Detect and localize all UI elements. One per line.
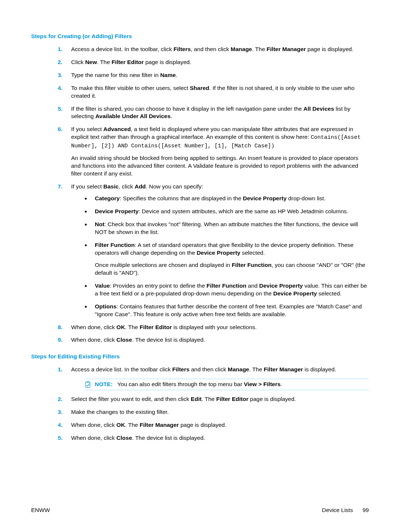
step-number: 5. [58, 434, 63, 442]
section-heading-creating: Steps for Creating (or Adding) Filters [31, 33, 369, 40]
sub-bullet-item: Options: Contains features that further … [84, 303, 369, 318]
sub-bullet-extra: Once multiple selections are chosen and … [95, 261, 369, 277]
step-text: Select the filter you want to edit, and … [71, 396, 296, 402]
step-number: 1. [58, 46, 63, 53]
step-text: Type the name for this new filter in Nam… [71, 72, 177, 78]
step-number: 3. [58, 408, 63, 416]
step-item: 1.Access a device list. In the toolbar, … [58, 46, 369, 53]
step-number: 2. [58, 58, 63, 66]
step-text: To make this filter visible to other use… [71, 85, 354, 99]
step-number: 9. [58, 336, 63, 344]
section-heading-editing: Steps for Editing Existing Filters [31, 353, 369, 361]
step-item: 2.Select the filter you want to edit, an… [58, 395, 369, 403]
step-item: 4.When done, click OK. The Filter Manage… [58, 421, 369, 429]
step-item: 6.If you select Advanced, a text field i… [58, 126, 369, 177]
step-number: 5. [58, 105, 63, 113]
step-number: 4. [58, 84, 63, 92]
step-item: 4.To make this filter visible to other u… [58, 84, 369, 100]
sub-bullets: Category: Specifies the columns that are… [71, 195, 369, 318]
step-number: 7. [58, 183, 63, 191]
step-number: 2. [58, 395, 63, 403]
step-item: 2.Click New. The Filter Editor page is d… [58, 58, 369, 66]
footer-left: ENWW [31, 507, 50, 513]
svg-rect-1 [87, 381, 89, 382]
sub-bullet-item: Value: Provides an entry point to define… [84, 282, 369, 298]
step-item: 7.If you select Basic, click Add. Now yo… [58, 183, 369, 318]
step-item: 5.When done, click Close. The device lis… [58, 434, 369, 442]
step-text: When done, click Close. The device list … [71, 337, 205, 343]
step-extra-paragraph: An invalid string should be blocked from… [71, 154, 369, 178]
footer-right: Device Lists 99 [322, 507, 369, 513]
step-text: Access a device list. In the toolbar, cl… [71, 46, 353, 52]
note-box: NOTE: You can also edit filters through … [84, 379, 369, 390]
step-text: When done, click OK. The Filter Editor i… [71, 324, 257, 330]
sub-bullet-item: Not: Check box that invokes "not" filter… [84, 221, 369, 236]
steps-creating: 1.Access a device list. In the toolbar, … [31, 46, 369, 344]
step-item: 3.Make the changes to the existing filte… [58, 408, 369, 416]
step-text: Click New. The Filter Editor page is dis… [71, 59, 191, 65]
step-item: 3.Type the name for this new filter in N… [58, 71, 369, 79]
note-icon [84, 381, 92, 388]
step-item: 1.Access a device list. In the toolbar c… [58, 366, 369, 374]
step-text: If you select Advanced, a text field is … [71, 126, 361, 148]
step-item: 9.When done, click Close. The device lis… [58, 336, 369, 344]
step-text: When done, click Close. The device list … [71, 435, 205, 441]
step-text: Access a device list. In the toolbar cli… [71, 366, 336, 372]
document-page: Steps for Creating (or Adding) Filters 1… [0, 0, 400, 442]
sub-bullet-item: Device Property: Device and system attri… [84, 208, 369, 215]
step-number: 1. [58, 366, 63, 374]
step-item: 8.When done, click OK. The Filter Editor… [58, 324, 369, 331]
step-number: 3. [58, 71, 63, 79]
step-text: Make the changes to the existing filter. [71, 409, 169, 415]
step-number: 4. [58, 421, 63, 429]
note-label: NOTE: [95, 381, 113, 387]
step-number: 8. [58, 324, 63, 331]
steps-editing: 1.Access a device list. In the toolbar c… [31, 366, 369, 442]
page-footer: ENWW Device Lists 99 [31, 507, 369, 513]
step-number: 6. [58, 126, 63, 133]
step-item: 5.If the filter is shared, you can choos… [58, 105, 369, 121]
step-text: If the filter is shared, you can choose … [71, 106, 350, 120]
sub-bullet-item: Filter Function: A set of standard opera… [84, 241, 369, 277]
note-text: NOTE: You can also edit filters through … [95, 381, 282, 388]
sub-bullet-item: Category: Specifies the columns that are… [84, 195, 369, 203]
step-text: When done, click OK. The Filter Manager … [71, 422, 226, 428]
step-text: If you select Basic, click Add. Now you … [71, 183, 203, 190]
